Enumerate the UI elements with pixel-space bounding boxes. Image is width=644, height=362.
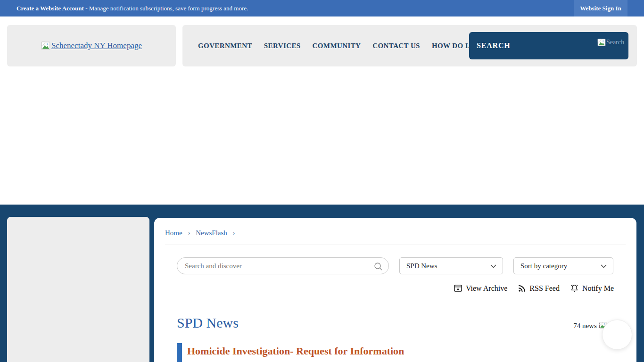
create-account-link-rest: - Manage notification subscriptions, sav… — [84, 5, 248, 12]
rss-feed-link[interactable]: RSS Feed — [518, 284, 560, 293]
nav-item-contact-us[interactable]: CONTACT US — [372, 42, 420, 50]
breadcrumb-separator: › — [188, 229, 190, 237]
sort-select[interactable]: Sort by category — [513, 257, 613, 274]
news-tools-row: View Archive RSS Feed Notify Me — [454, 284, 614, 293]
nav-item-government[interactable]: GOVERNMENT — [198, 42, 252, 50]
news-item-accent-bar — [177, 343, 182, 362]
news-item: Homicide Investigation- Request for Info… — [177, 343, 404, 362]
main-navigation: GOVERNMENT SERVICES COMMUNITY CONTACT US… — [182, 25, 637, 66]
view-archive-link[interactable]: View Archive — [454, 284, 507, 293]
broken-image-icon — [41, 41, 50, 50]
sort-select-value: Sort by category — [520, 258, 567, 274]
site-search-box[interactable]: Search — [469, 32, 628, 59]
news-search-input[interactable] — [185, 258, 369, 274]
breadcrumb-divider — [165, 245, 626, 245]
rss-icon — [518, 284, 526, 293]
site-search-input[interactable] — [477, 32, 561, 59]
create-account-link[interactable]: Create a Website Account - Manage notifi… — [17, 0, 248, 16]
logo-container: Schenectady NY Homepage — [7, 25, 176, 66]
notify-me-label: Notify Me — [582, 284, 614, 293]
page-title: SPD News — [177, 315, 239, 331]
rss-feed-label: RSS Feed — [529, 284, 560, 293]
content-panel: Home › NewsFlash › SPD News Sort by cate… — [154, 218, 636, 362]
top-utility-bar: Create a Website Account - Manage notifi… — [0, 0, 644, 16]
broken-image-icon — [597, 38, 606, 47]
view-archive-label: View Archive — [466, 284, 507, 293]
nav-list: GOVERNMENT SERVICES COMMUNITY CONTACT US… — [198, 25, 474, 66]
notify-me-link[interactable]: Notify Me — [570, 284, 614, 293]
nav-item-community[interactable]: COMMUNITY — [313, 42, 361, 50]
news-search-field — [177, 257, 389, 274]
website-sign-in-button[interactable]: Website Sign In — [574, 0, 627, 16]
search-icon[interactable] — [373, 262, 383, 271]
category-select-value: SPD News — [406, 258, 437, 274]
breadcrumb-newsflash[interactable]: NewsFlash — [196, 229, 227, 237]
nav-item-how-do-i[interactable]: HOW DO I... — [432, 42, 474, 50]
left-sidebar-panel — [7, 217, 149, 362]
bell-icon — [570, 284, 579, 293]
breadcrumb-separator: › — [233, 229, 235, 237]
chat-widget-button[interactable] — [602, 320, 632, 350]
category-select[interactable]: SPD News — [399, 257, 503, 274]
homepage-logo-link[interactable]: Schenectady NY Homepage — [41, 41, 142, 50]
site-search-submit-link[interactable]: Search — [597, 38, 624, 47]
news-item-title-link[interactable]: Homicide Investigation- Request for Info… — [187, 345, 404, 362]
nav-item-services[interactable]: SERVICES — [264, 42, 301, 50]
archive-icon — [454, 284, 462, 293]
chevron-down-icon — [601, 264, 607, 268]
breadcrumb: Home › NewsFlash › — [165, 229, 239, 237]
site-search-submit-label: Search — [606, 39, 624, 46]
chevron-down-icon — [490, 264, 496, 268]
create-account-link-bold: Create a Website Account — [17, 5, 84, 12]
breadcrumb-home[interactable]: Home — [165, 229, 182, 237]
homepage-logo-label: Schenectady NY Homepage — [51, 41, 142, 50]
